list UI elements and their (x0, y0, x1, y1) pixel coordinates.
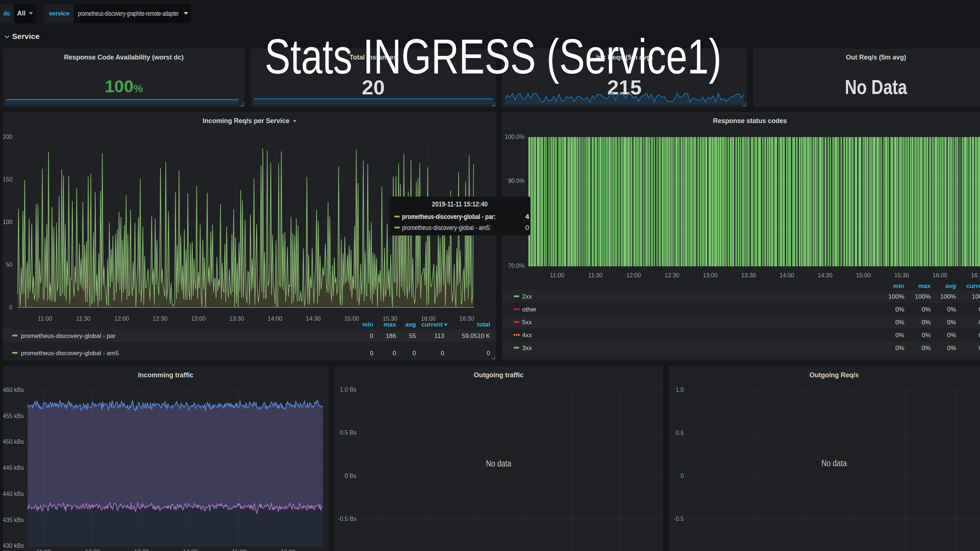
svg-text:prometheus-discovery-global -: prometheus-discovery-global - am5 (21, 350, 119, 357)
svg-text:max: max (383, 321, 396, 328)
svg-text:50: 50 (6, 262, 13, 268)
svg-text:450 kBs: 450 kBs (3, 438, 24, 445)
svg-text:11:00: 11:00 (37, 549, 51, 551)
svg-text:14:00: 14:00 (780, 272, 794, 278)
svg-text:455 kBs: 455 kBs (3, 413, 24, 419)
svg-text:11:00: 11:00 (550, 272, 565, 278)
svg-text:13:30: 13:30 (741, 272, 756, 278)
svg-text:16:00: 16:00 (281, 549, 296, 551)
svg-text:min: min (362, 321, 373, 328)
svg-text:14:30: 14:30 (818, 272, 832, 278)
svg-text:11:30: 11:30 (588, 272, 603, 278)
svg-text:113: 113 (434, 332, 444, 340)
svg-text:100%: 100% (915, 293, 931, 300)
svg-text:435 kBs: 435 kBs (3, 517, 24, 523)
svg-text:1.0: 1.0 (676, 387, 684, 393)
svg-text:-0.5 Bs: -0.5 Bs (338, 516, 356, 522)
svg-text:0%: 0% (947, 345, 956, 351)
svg-text:460 kBs: 460 kBs (3, 387, 24, 393)
svg-text:186: 186 (386, 332, 396, 340)
svg-text:prometheus-discovery-global -: prometheus-discovery-global - par (21, 332, 116, 340)
svg-text:0%: 0% (921, 306, 931, 313)
svg-text:avg: avg (405, 321, 416, 328)
svg-text:-0.5: -0.5 (673, 516, 684, 522)
svg-text:0%: 0% (921, 332, 931, 339)
svg-text:0%: 0% (895, 319, 904, 326)
svg-text:14:00: 14:00 (267, 316, 282, 322)
svg-text:2xx: 2xx (522, 293, 532, 300)
svg-text:4xx: 4xx (522, 332, 532, 339)
svg-text:avg: avg (945, 283, 956, 289)
svg-text:0: 0 (370, 350, 373, 357)
svg-text:13:00: 13:00 (703, 272, 718, 278)
svg-text:current: current (966, 283, 980, 289)
svg-text:11:00: 11:00 (38, 316, 52, 322)
svg-text:16:30: 16:30 (971, 272, 980, 278)
svg-text:0: 0 (441, 350, 444, 357)
svg-text:12:00: 12:00 (85, 549, 100, 551)
svg-text:100%: 100% (940, 293, 956, 300)
svg-text:16:30: 16:30 (459, 316, 474, 322)
svg-text:13:30: 13:30 (229, 316, 244, 322)
svg-text:11:30: 11:30 (76, 316, 91, 322)
svg-text:55: 55 (409, 332, 416, 340)
svg-text:90.0%: 90.0% (508, 178, 525, 184)
svg-text:100.0%: 100.0% (505, 134, 525, 140)
svg-text:15:00: 15:00 (856, 272, 871, 278)
svg-text:100: 100 (3, 219, 13, 225)
svg-text:100%: 100% (972, 293, 980, 300)
svg-text:3xx: 3xx (522, 345, 532, 351)
svg-text:0%: 0% (978, 319, 980, 326)
svg-text:15:00: 15:00 (232, 549, 247, 551)
svg-text:15:30: 15:30 (894, 272, 909, 278)
svg-text:No data: No data (486, 459, 512, 468)
svg-text:0.5: 0.5 (676, 430, 684, 436)
svg-text:No data: No data (822, 458, 847, 468)
svg-text:200: 200 (3, 134, 13, 140)
svg-text:0: 0 (370, 332, 373, 340)
svg-text:other: other (522, 306, 536, 313)
svg-text:150: 150 (3, 176, 13, 183)
svg-text:1.0 Bs: 1.0 Bs (340, 386, 356, 393)
svg-text:0%: 0% (947, 332, 956, 339)
svg-text:0: 0 (413, 350, 416, 357)
svg-text:445 kBs: 445 kBs (3, 465, 24, 471)
svg-text:0: 0 (681, 473, 684, 479)
svg-text:16:00: 16:00 (932, 272, 947, 278)
svg-text:12:00: 12:00 (114, 316, 129, 322)
svg-text:total: total (477, 321, 490, 328)
svg-text:440 kBs: 440 kBs (3, 491, 24, 497)
svg-text:0: 0 (393, 350, 396, 357)
svg-text:12:00: 12:00 (626, 272, 641, 278)
svg-text:0%: 0% (895, 306, 904, 313)
svg-text:0%: 0% (947, 306, 956, 313)
svg-text:12:30: 12:30 (153, 316, 167, 322)
svg-text:0%: 0% (978, 345, 980, 351)
svg-text:70.0%: 70.0% (508, 263, 525, 269)
svg-text:0: 0 (487, 350, 490, 357)
svg-text:current: current (421, 321, 443, 328)
svg-text:59.0510 K: 59.0510 K (461, 332, 490, 340)
svg-text:0: 0 (9, 304, 13, 310)
svg-text:0%: 0% (978, 306, 980, 313)
svg-text:100%: 100% (888, 293, 904, 300)
svg-text:13:00: 13:00 (134, 549, 149, 551)
svg-text:15:00: 15:00 (344, 316, 359, 322)
svg-text:0%: 0% (921, 319, 931, 326)
svg-text:430 kBs: 430 kBs (3, 543, 24, 549)
svg-text:5xx: 5xx (522, 319, 532, 326)
svg-text:13:00: 13:00 (191, 316, 206, 322)
svg-text:0 Bs: 0 Bs (345, 473, 356, 479)
svg-text:max: max (918, 283, 931, 289)
svg-text:min: min (893, 283, 904, 289)
svg-text:0%: 0% (978, 332, 980, 339)
svg-text:0%: 0% (947, 319, 956, 326)
svg-text:14:00: 14:00 (183, 549, 198, 551)
svg-text:0%: 0% (895, 332, 904, 339)
svg-text:0%: 0% (921, 345, 931, 351)
svg-text:12:30: 12:30 (665, 272, 679, 278)
svg-text:14:30: 14:30 (306, 316, 321, 322)
svg-text:0.5 Bs: 0.5 Bs (340, 429, 356, 436)
svg-text:0%: 0% (895, 345, 904, 351)
